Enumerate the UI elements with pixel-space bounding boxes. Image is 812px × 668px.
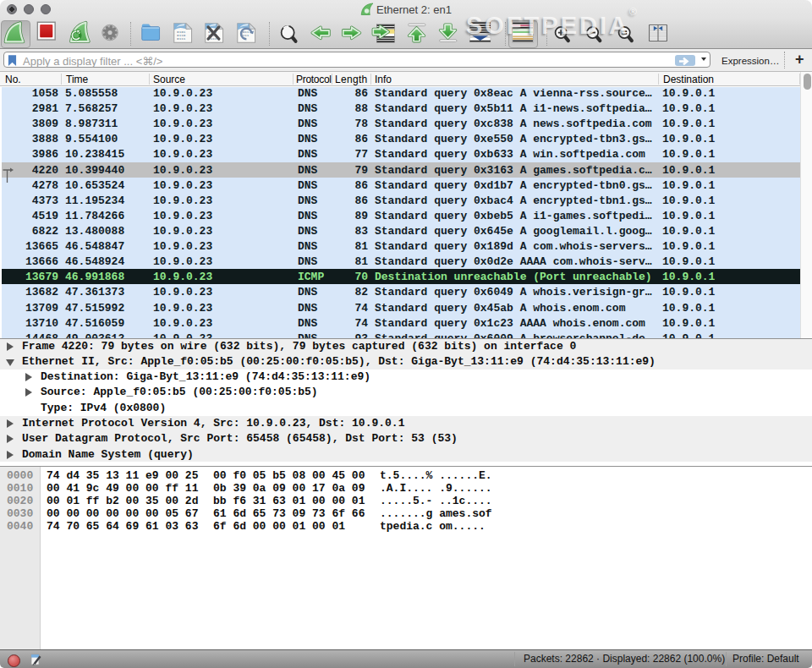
- svg-text:0111: 0111: [177, 36, 186, 41]
